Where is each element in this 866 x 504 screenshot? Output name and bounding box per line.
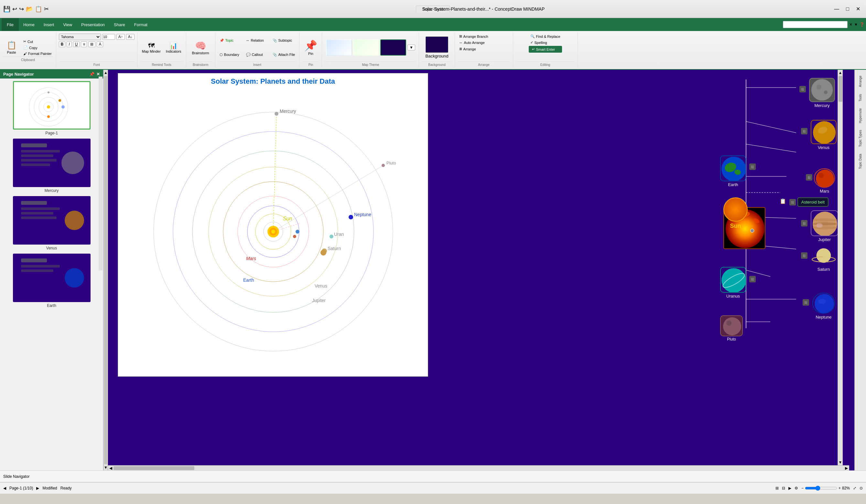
h-scrollbar[interactable]: ◀ ▶ <box>108 465 849 470</box>
brainstorm-button[interactable]: 🧠 Brainstorm <box>190 39 211 56</box>
thumb-img-1[interactable] <box>13 81 90 129</box>
topic-types-tab[interactable]: Topic Types <box>857 127 863 150</box>
format-menu[interactable]: Format <box>130 20 152 29</box>
copy-icon-tb[interactable]: 📋 <box>35 5 42 13</box>
hypernote-tab[interactable]: Hypernote <box>857 106 863 126</box>
share-menu[interactable]: Share <box>109 20 130 29</box>
arrange-tab[interactable]: Arrange <box>857 73 863 90</box>
undo-icon[interactable]: ↩ <box>12 5 17 13</box>
open-icon[interactable]: 📂 <box>26 5 33 13</box>
jupiter-node[interactable]: Jupiter ⛓ <box>811 210 838 242</box>
thumb-img-mercury[interactable] <box>13 139 90 187</box>
saturn-node[interactable]: Saturn ⛓ <box>811 244 836 272</box>
boundary-button[interactable]: ⬡ Boundary <box>218 52 244 58</box>
subtopic-button[interactable]: 📎 Subtopic <box>271 38 297 43</box>
auto-arrange-button[interactable]: ↔ Auto Arrange <box>458 40 510 45</box>
cut-icon-tb[interactable]: ✂ <box>44 5 49 13</box>
network-icon[interactable]: ⊙ <box>859 486 863 490</box>
align-button[interactable]: ≡ <box>81 41 87 47</box>
search-filter-icon[interactable]: ▼ <box>854 22 858 27</box>
scroll-down-canvas-icon[interactable]: ▼ <box>839 460 842 465</box>
font-size-input[interactable] <box>102 34 115 40</box>
tools-tab[interactable]: Tools <box>857 91 863 104</box>
zoom-slider[interactable] <box>805 485 837 491</box>
venus-node[interactable]: Venus ⛓ <box>811 120 836 150</box>
theme-preview-2[interactable] <box>353 39 379 56</box>
h-scroll-thumb[interactable] <box>113 466 195 470</box>
scroll-thumb-v[interactable] <box>104 76 107 464</box>
nav-next-icon[interactable]: ▶ <box>36 486 39 490</box>
arrange-branch-button[interactable]: ⊞ Arrange Branch <box>458 34 510 39</box>
arrange-button[interactable]: ≣ Arrange <box>458 46 510 52</box>
font-size-up[interactable]: A↑ <box>116 34 125 40</box>
earth-node[interactable]: Earth ⛓ <box>720 156 746 187</box>
page-thumbnail-1[interactable]: Page-1 <box>3 81 101 135</box>
page-nav-scrollbar[interactable]: ▲ ▼ <box>103 70 108 470</box>
spelling-button[interactable]: ✓ Spelling <box>529 40 562 45</box>
relation-button[interactable]: ↔ Relation <box>244 38 270 43</box>
zoom-in-icon[interactable]: + <box>839 486 841 490</box>
v-scrollbar[interactable]: ▲ ▼ <box>837 70 843 465</box>
view-menu[interactable]: View <box>58 20 77 29</box>
neptune-node[interactable]: Neptune ⛓ <box>812 293 835 320</box>
page-thumbnail-venus[interactable]: Venus <box>3 196 101 250</box>
view-icon-2[interactable]: ⊟ <box>782 486 785 490</box>
search-input[interactable] <box>783 21 847 28</box>
callout-button[interactable]: 💬 Callout <box>244 52 270 58</box>
maximize-button[interactable]: □ <box>843 5 852 13</box>
help-icon[interactable]: ❓ <box>859 22 864 27</box>
italic-button[interactable]: I <box>67 41 71 47</box>
insert-menu[interactable]: Insert <box>39 20 59 29</box>
page-thumbnail-mercury[interactable]: Mercury <box>3 139 101 193</box>
underline-button[interactable]: U <box>73 41 80 47</box>
copy-button[interactable]: 📄 Copy <box>22 45 53 50</box>
indicators-button[interactable]: 📊 Indicators <box>164 41 184 55</box>
canvas-scroll-area[interactable]: Solar System: Planets and their Data <box>108 70 854 470</box>
background-button[interactable]: Background <box>422 35 452 60</box>
play-icon[interactable]: ▶ <box>788 486 791 490</box>
attach-file-button[interactable]: 📎 Attach File <box>271 52 297 58</box>
scroll-down-icon[interactable]: ▼ <box>104 465 108 470</box>
pin-button[interactable]: 📌 Pin <box>302 38 319 57</box>
window-controls[interactable]: — □ ✕ <box>831 5 863 13</box>
uranus-node[interactable]: Uranus ⛓ <box>720 267 746 299</box>
asteroid-belt-node[interactable]: Asteroid belt ⛓ 📋 <box>798 197 829 207</box>
search-clear-icon[interactable]: ✕ <box>849 22 852 27</box>
v-scroll-thumb[interactable] <box>839 76 842 102</box>
file-menu[interactable]: File <box>2 18 19 31</box>
save-icon[interactable]: 💾 <box>3 5 10 13</box>
page-thumbnail-earth[interactable]: Earth <box>3 254 101 308</box>
font-family-select[interactable]: Tahoma <box>59 34 101 40</box>
cut-button[interactable]: ✂ Cut <box>22 39 53 44</box>
indent-button[interactable]: ⊞ <box>88 41 96 47</box>
zoom-out-icon[interactable]: − <box>801 486 803 490</box>
topic-button[interactable]: 📌 Topic <box>218 38 244 43</box>
sun-node[interactable]: Sun <box>723 197 748 229</box>
presentation-menu[interactable]: Presentation <box>77 20 109 29</box>
color-button[interactable]: A <box>97 41 103 47</box>
scroll-up-icon[interactable]: ▲ <box>104 70 108 75</box>
close-button[interactable]: ✕ <box>853 5 863 13</box>
scroll-right-icon[interactable]: ▶ <box>844 466 849 470</box>
mars-node[interactable]: Mars ⛓ <box>814 168 835 194</box>
bold-button[interactable]: B <box>59 41 66 47</box>
redo-icon[interactable]: ↪ <box>19 5 24 13</box>
scroll-left-icon[interactable]: ◀ <box>108 466 113 470</box>
pin-panel-icon[interactable]: 📌 <box>89 72 95 77</box>
mercury-node[interactable]: Mercury ⛓ <box>809 78 835 108</box>
thumb-img-venus[interactable] <box>13 196 90 244</box>
nav-prev-icon[interactable]: ◀ <box>3 486 6 490</box>
theme-preview-1[interactable] <box>326 39 352 56</box>
format-painter-button[interactable]: 🖌 Format Painter <box>22 51 53 56</box>
scroll-up-canvas-icon[interactable]: ▲ <box>839 70 842 75</box>
fit-icon[interactable]: ⤢ <box>853 486 856 490</box>
smart-enter-button[interactable]: ↵ Smart Enter <box>529 46 562 53</box>
settings-icon[interactable]: ⚙ <box>795 486 798 490</box>
paste-button[interactable]: 📋 Paste <box>3 38 20 57</box>
minimize-button[interactable]: — <box>831 5 842 13</box>
pluto-node[interactable]: Pluto <box>720 315 743 342</box>
find-replace-button[interactable]: 🔍 Find & Replace <box>529 34 562 39</box>
theme-expand-button[interactable]: ▼ <box>408 45 415 50</box>
font-size-down[interactable]: A↓ <box>126 34 134 40</box>
thumb-img-earth[interactable] <box>13 254 90 302</box>
